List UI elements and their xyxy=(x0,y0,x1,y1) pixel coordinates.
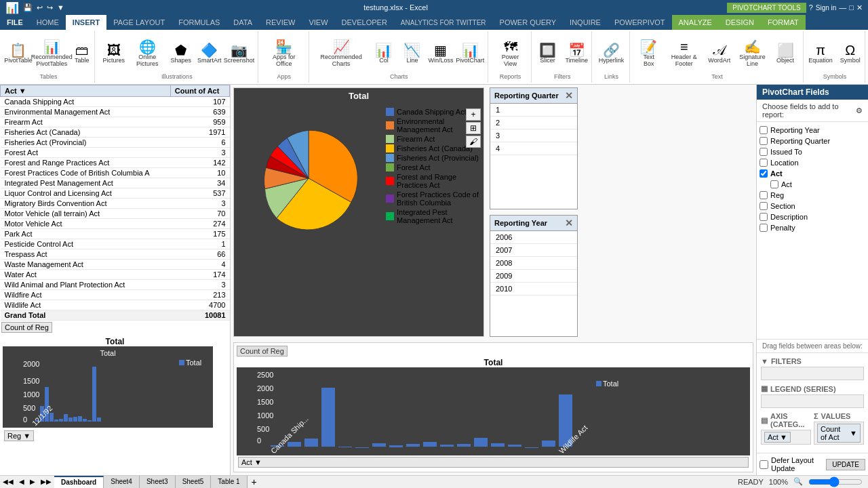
maximize-btn[interactable]: □ xyxy=(849,3,854,12)
quarter-slicer-item-4[interactable]: 4 xyxy=(490,142,577,155)
quarter-slicer-item-2[interactable]: 2 xyxy=(490,117,577,129)
field-checkbox-reg[interactable] xyxy=(760,191,768,199)
legend-drag-box[interactable] xyxy=(761,394,864,408)
quarter-slicer-item-3[interactable]: 3 xyxy=(490,129,577,142)
tab-view[interactable]: VIEW xyxy=(302,15,334,30)
chart-add-btn[interactable]: + xyxy=(466,108,481,121)
values-drag-box[interactable]: Count of Act ▼ xyxy=(814,422,864,445)
signature-line-btn[interactable]: ✍ Signature Line xyxy=(734,39,770,68)
tab-developer[interactable]: DEVELOPER xyxy=(335,15,394,30)
field-checkbox-reporting-year[interactable] xyxy=(760,126,768,134)
sheet-first-btn[interactable]: ◀◀ xyxy=(0,478,16,485)
online-pictures-btn[interactable]: 🌐 Online Pictures xyxy=(129,39,166,68)
timeline-btn[interactable]: 📅 Timeline xyxy=(562,42,591,65)
values-dropdown-icon[interactable]: ▼ xyxy=(850,429,857,437)
tab-data[interactable]: DATA xyxy=(226,15,259,30)
pictures-btn[interactable]: 🖼 Pictures xyxy=(100,42,127,65)
pivotchart-btn[interactable]: 📊 PivotChart xyxy=(456,42,484,65)
year-slicer-item-2009[interactable]: 2009 xyxy=(490,270,577,283)
pivot-fields-settings-icon[interactable]: ⚙ xyxy=(856,106,863,115)
act-column-header[interactable]: Act ▼ xyxy=(1,85,171,97)
legend-color-fisheries-provincial xyxy=(386,154,394,162)
sheet-tab-sheet4[interactable]: Sheet4 xyxy=(104,476,140,488)
equation-btn[interactable]: π Equation xyxy=(806,42,835,65)
quarter-slicer-item-1[interactable]: 1 xyxy=(490,104,577,117)
header-footer-btn[interactable]: ≡ Header & Footer xyxy=(664,39,705,68)
sheet-tab-dashboard[interactable]: Dashboard xyxy=(54,476,104,488)
tab-power-query[interactable]: POWER QUERY xyxy=(493,15,564,30)
shapes-btn[interactable]: ⬟ Shapes xyxy=(167,42,195,65)
tab-page-layout[interactable]: PAGE LAYOUT xyxy=(106,15,172,30)
year-slicer-item-2010[interactable]: 2010 xyxy=(490,283,577,296)
sheet-add-btn[interactable]: + xyxy=(248,476,261,487)
pie-chart-container: Total + ⊞ 🖌 xyxy=(233,87,484,337)
minimize-btn[interactable]: — xyxy=(839,3,846,12)
symbol-btn[interactable]: Ω Symbol xyxy=(837,42,864,65)
field-checkbox-penalty[interactable] xyxy=(760,224,768,232)
tab-inquire[interactable]: INQUIRE xyxy=(563,15,608,30)
tab-insert[interactable]: INSERT xyxy=(66,15,106,30)
screenshot-btn[interactable]: 📷 Screenshot xyxy=(224,42,254,65)
tab-home[interactable]: HOME xyxy=(30,15,66,30)
field-checkbox-act[interactable] xyxy=(760,169,768,178)
axis-drag-box[interactable]: Act ▼ xyxy=(761,430,811,445)
sheet-next-btn[interactable]: ▶ xyxy=(27,478,38,485)
wordart-btn[interactable]: 𝒜 WordArt xyxy=(706,42,733,65)
quarter-slicer-clear[interactable]: ✕ xyxy=(565,90,573,101)
year-slicer-item-2008[interactable]: 2008 xyxy=(490,257,577,270)
tab-powerpivot[interactable]: POWERPIVOT xyxy=(608,15,672,30)
power-view-btn[interactable]: 🗺 Power View xyxy=(494,39,527,68)
axis-dropdown-icon[interactable]: ▼ xyxy=(780,433,787,441)
count-column-header[interactable]: Count of Act xyxy=(170,85,229,97)
year-slicer-item-2006[interactable]: 2006 xyxy=(490,231,577,244)
filters-drag-box[interactable] xyxy=(761,367,864,380)
tab-analyze[interactable]: ANALYZE xyxy=(672,15,719,30)
apps-store-btn[interactable]: 🏪 Apps for Office xyxy=(264,39,304,68)
sheet-tab-table1[interactable]: Table 1 xyxy=(211,476,247,488)
recommended-pivot-btn[interactable]: 📊 Recommended PivotTables xyxy=(37,39,67,68)
year-slicer-clear[interactable]: ✕ xyxy=(565,218,573,228)
recommended-charts-btn[interactable]: 📈 Recommended Charts xyxy=(313,39,369,68)
field-checkbox-issued-to[interactable] xyxy=(760,148,768,156)
zoom-level: 100% xyxy=(769,478,788,486)
close-btn[interactable]: ✕ xyxy=(856,3,863,12)
chart-style-btn[interactable]: 🖌 xyxy=(466,136,481,148)
win-loss-chart-btn[interactable]: ▦ Win/Loss xyxy=(427,42,454,65)
zoom-slider[interactable] xyxy=(808,476,863,487)
tab-file[interactable]: FILE xyxy=(0,15,30,30)
sheet-tab-sheet5[interactable]: Sheet5 xyxy=(176,476,212,488)
pivottable-btn[interactable]: 📋 PivotTable xyxy=(1,42,35,65)
field-checkbox-reporting-quarter[interactable] xyxy=(760,137,768,145)
textbox-btn[interactable]: 📝 Text Box xyxy=(635,39,663,68)
object-btn[interactable]: ⬜ Object xyxy=(772,42,799,65)
svg-rect-17 xyxy=(87,420,92,422)
line-chart-btn[interactable]: 📉 Line xyxy=(399,42,426,65)
sheet-last-btn[interactable]: ▶▶ xyxy=(38,478,54,485)
reg-dropdown[interactable]: Reg ▼ xyxy=(4,430,34,441)
tab-analytics[interactable]: ANALYTICS FOR TWITTER xyxy=(394,15,493,30)
tab-design[interactable]: DESIGN xyxy=(719,15,761,30)
update-button[interactable]: UPDATE xyxy=(826,459,865,470)
sheet-prev-btn[interactable]: ◀ xyxy=(16,478,27,485)
smartart-btn[interactable]: 🔷 SmartArt xyxy=(196,42,223,65)
year-slicer-item-2007[interactable]: 2007 xyxy=(490,244,577,257)
field-checkbox-act-sub[interactable] xyxy=(770,180,778,188)
tab-review[interactable]: REVIEW xyxy=(259,15,302,30)
sheet-tab-sheet3[interactable]: Sheet3 xyxy=(140,476,176,488)
defer-update-checkbox[interactable] xyxy=(760,460,768,469)
field-checkbox-location[interactable] xyxy=(760,159,768,167)
field-checkbox-description[interactable] xyxy=(760,213,768,221)
tab-formulas[interactable]: FORMULAS xyxy=(172,15,226,30)
slicer-btn[interactable]: 🔲 Slicer xyxy=(534,42,561,65)
column-chart-btn[interactable]: 📊 Col xyxy=(370,42,397,65)
tab-format[interactable]: FORMAT xyxy=(761,15,806,30)
zoom-icon[interactable]: 🔍 xyxy=(793,477,803,486)
help-btn[interactable]: ? xyxy=(809,3,813,12)
hyperlink-btn[interactable]: 🔗 Hyperlink xyxy=(596,42,627,65)
chart-filter-btn[interactable]: ⊞ xyxy=(466,122,481,134)
field-checkbox-section[interactable] xyxy=(760,202,768,210)
table-btn[interactable]: 🗃 Table xyxy=(68,42,96,65)
sign-in-btn[interactable]: Sign in xyxy=(816,4,837,12)
act-dropdown[interactable]: Act ▼ xyxy=(238,457,749,468)
ribbon-group-text: 📝 Text Box ≡ Header & Footer 𝒜 WordArt ✍… xyxy=(631,31,804,83)
